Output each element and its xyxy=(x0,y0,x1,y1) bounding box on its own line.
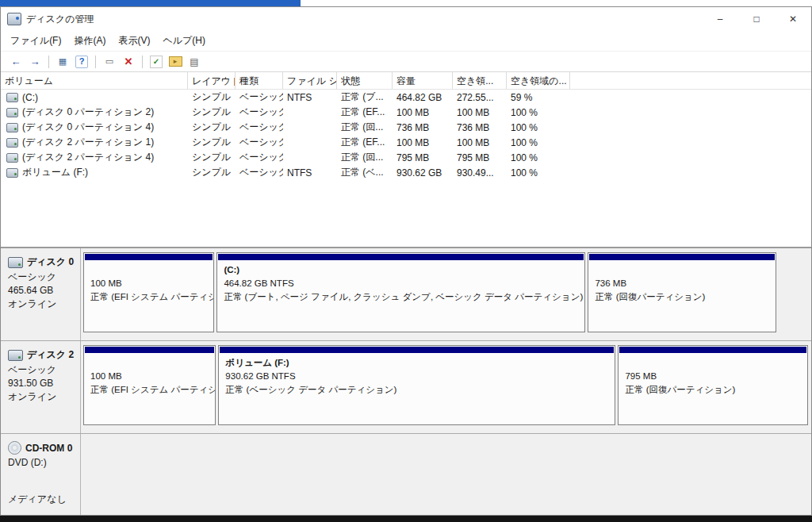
disk-size: 931.50 GB xyxy=(8,378,77,389)
type-cell: ベーシック xyxy=(236,106,283,119)
column-header-free-percent[interactable]: 空き領域の... xyxy=(507,72,570,89)
partition-size: 930.62 GB NTFS xyxy=(225,370,608,383)
menu-help[interactable]: ヘルプ(H) xyxy=(156,32,212,50)
column-header-free-space[interactable]: 空き領... xyxy=(453,72,507,89)
disk-name: ディスク 0 xyxy=(27,255,74,269)
cdrom-media-area xyxy=(81,434,811,515)
column-header-status[interactable]: 状態 xyxy=(337,72,393,89)
menu-file[interactable]: ファイル(F) xyxy=(4,32,67,50)
disk-management-window: ディスクの管理 – □ ✕ ファイル(F) 操作(A) 表示(V) ヘルプ(H)… xyxy=(0,6,812,516)
partition-title: ボリューム (F:) xyxy=(225,356,608,370)
volume-name-cell: (ディスク 2 パーティション 4) xyxy=(1,151,188,164)
type-cell: ベーシック xyxy=(236,121,283,134)
cdrom-0-panel[interactable]: CD-ROM 0 DVD (D:) メディアなし xyxy=(1,434,81,515)
column-header-layout[interactable]: レイアウト xyxy=(188,72,236,89)
capacity-cell: 736 MB xyxy=(393,122,453,133)
volume-name-cell: (ディスク 2 パーティション 1) xyxy=(1,136,188,149)
menu-bar: ファイル(F) 操作(A) 表示(V) ヘルプ(H) xyxy=(1,31,811,51)
partition-info: 100 MB 正常 (EFI システム パーティショ xyxy=(84,353,215,397)
console-tree-icon[interactable]: ▦ xyxy=(54,54,71,70)
partition-disk2-recovery[interactable]: 795 MB 正常 (回復パーティション) xyxy=(618,345,808,425)
window-controls: – □ ✕ xyxy=(702,7,811,31)
disk-type: ベーシック xyxy=(8,271,77,282)
partition-size: 795 MB xyxy=(625,370,801,383)
maximize-button[interactable]: □ xyxy=(738,7,775,31)
minimize-button[interactable]: – xyxy=(702,7,738,31)
layout-cell: シンプル xyxy=(188,90,236,104)
menu-view[interactable]: 表示(V) xyxy=(112,32,156,50)
layout-cell: シンプル xyxy=(188,121,236,134)
volume-row-f[interactable]: ボリューム (F:) シンプル ベーシック NTFS 正常 (ベ... 930.… xyxy=(1,165,811,180)
partition-status: 正常 (ブート, ページ ファイル, クラッシュ ダンプ, ベーシック データ … xyxy=(224,290,578,304)
volume-row-c[interactable]: (C:) シンプル ベーシック NTFS 正常 (ブ... 464.82 GB … xyxy=(1,90,811,105)
properties-icon[interactable]: ▤ xyxy=(186,54,203,70)
disk-icon xyxy=(8,350,23,361)
disk-status: オンライン xyxy=(8,298,77,309)
cdrom-drive-letter: DVD (D:) xyxy=(8,457,77,468)
help-icon[interactable]: ? xyxy=(73,54,90,70)
partition-color-bar xyxy=(85,254,213,260)
filesystem-cell: NTFS xyxy=(283,92,337,103)
partition-info: 736 MB 正常 (回復パーティション) xyxy=(588,260,776,304)
screenshot-root: { "window": { "title": "ディスクの管理", "contr… xyxy=(0,0,812,522)
disk-size: 465.64 GB xyxy=(8,285,77,296)
taskbar-edge xyxy=(0,516,812,522)
action-dialog-icon[interactable]: ▭ xyxy=(101,54,118,70)
capacity-cell: 100 MB xyxy=(393,107,453,118)
disk-2-partitions: 100 MB 正常 (EFI システム パーティショ ボリューム (F:) 93… xyxy=(81,341,810,433)
status-cell: 正常 (EF... xyxy=(337,106,393,119)
menu-action[interactable]: 操作(A) xyxy=(67,32,112,50)
partition-disk2-efi[interactable]: 100 MB 正常 (EFI システム パーティショ xyxy=(83,345,216,425)
column-header-type[interactable]: 種類 xyxy=(236,72,283,89)
disk-0-panel[interactable]: ディスク 0 ベーシック 465.64 GB オンライン xyxy=(1,248,81,340)
column-header-volume[interactable]: ボリューム xyxy=(1,72,188,89)
volume-icon xyxy=(6,108,18,117)
volume-name: ボリューム (F:) xyxy=(22,166,88,179)
partition-color-bar xyxy=(589,254,775,260)
disk-0-row: ディスク 0 ベーシック 465.64 GB オンライン 100 MB 正常 (… xyxy=(1,248,811,341)
disk-2-row: ディスク 2 ベーシック 931.50 GB オンライン 100 MB 正常 (… xyxy=(1,341,811,434)
toolbar: ← → ▦ ? ▭ ✕ ✓ ▸ ▤ xyxy=(1,51,811,72)
free-percent-cell: 100 % xyxy=(507,122,570,133)
partition-title xyxy=(90,263,207,277)
mark-active-icon[interactable]: ✓ xyxy=(147,54,165,70)
volume-row-disk0-part4[interactable]: (ディスク 0 パーティション 4) シンプル ベーシック 正常 (回... 7… xyxy=(1,120,811,135)
open-folder-icon[interactable]: ▸ xyxy=(167,54,184,70)
volume-row-disk2-part4[interactable]: (ディスク 2 パーティション 4) シンプル ベーシック 正常 (回... 7… xyxy=(1,150,811,165)
status-cell: 正常 (ブ... xyxy=(337,90,393,104)
volume-name: (C:) xyxy=(22,92,38,103)
partition-disk0-recovery[interactable]: 736 MB 正常 (回復パーティション) xyxy=(588,252,776,332)
layout-cell: シンプル xyxy=(188,166,236,179)
partition-disk0-efi[interactable]: 100 MB 正常 (EFI システム パーティショ xyxy=(83,252,214,332)
back-icon[interactable]: ← xyxy=(7,54,25,70)
volume-list-empty-area xyxy=(1,180,811,247)
disk-2-panel[interactable]: ディスク 2 ベーシック 931.50 GB オンライン xyxy=(1,341,81,433)
partition-color-bar xyxy=(619,347,806,353)
background-window-edge xyxy=(0,0,301,6)
type-cell: ベーシック xyxy=(236,90,283,104)
forward-icon[interactable]: → xyxy=(26,54,44,70)
volume-icon xyxy=(6,168,18,178)
free-percent-cell: 100 % xyxy=(507,167,570,178)
volume-name: (ディスク 2 パーティション 1) xyxy=(22,136,154,149)
column-header-filler xyxy=(570,72,811,89)
free-space-cell: 736 MB xyxy=(453,122,507,133)
free-space-cell: 930.49... xyxy=(453,167,507,178)
delete-volume-icon[interactable]: ✕ xyxy=(120,54,137,70)
cdrom-name: CD-ROM 0 xyxy=(25,443,72,454)
type-cell: ベーシック xyxy=(236,166,283,179)
column-header-capacity[interactable]: 容量 xyxy=(393,72,453,89)
partition-size: 100 MB xyxy=(90,370,209,383)
free-percent-cell: 59 % xyxy=(507,92,570,103)
close-button[interactable]: ✕ xyxy=(775,7,811,31)
partition-disk2-f[interactable]: ボリューム (F:) 930.62 GB NTFS 正常 (ベーシック データ … xyxy=(218,345,615,425)
volume-name: (ディスク 0 パーティション 2) xyxy=(22,106,154,119)
toolbar-separator xyxy=(142,56,143,68)
status-cell: 正常 (回... xyxy=(337,121,393,134)
partition-disk0-c[interactable]: (C:) 464.82 GB NTFS 正常 (ブート, ページ ファイル, ク… xyxy=(216,252,585,332)
partition-title xyxy=(90,356,209,370)
volume-row-disk0-part2[interactable]: (ディスク 0 パーティション 2) シンプル ベーシック 正常 (EF... … xyxy=(1,105,811,120)
volume-row-disk2-part1[interactable]: (ディスク 2 パーティション 1) シンプル ベーシック 正常 (EF... … xyxy=(1,135,811,150)
column-header-filesystem[interactable]: ファイル シ... xyxy=(283,72,337,89)
layout-cell: シンプル xyxy=(188,136,236,149)
